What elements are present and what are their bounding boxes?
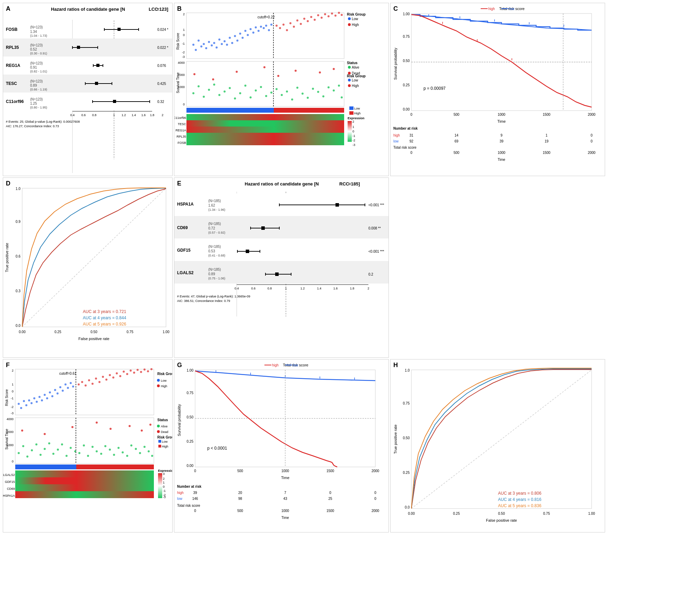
hspa1a-pval: <0.001 *** [368, 203, 384, 207]
svg-point-164 [54, 389, 56, 391]
legend-high2-label-f: High [162, 445, 168, 448]
tesc-n: (N=123) [30, 79, 43, 83]
x-1500-g: 1500 [326, 469, 334, 473]
f-yn1: -1 [11, 397, 14, 400]
x-tick-14: 1.4 [132, 113, 136, 117]
svg-point-100 [341, 96, 343, 98]
svg-point-184 [119, 375, 121, 377]
nar-low-2000-c: 0 [591, 139, 593, 143]
panel-e: E Hazard ratios of candidate gene [N RCC… [174, 177, 389, 358]
svg-point-101 [193, 73, 195, 75]
svg-rect-110 [186, 114, 274, 120]
svg-point-214 [100, 453, 102, 455]
risk-score-ylabel: Risk Score [176, 33, 180, 50]
x-2000-c: 2000 [588, 113, 596, 116]
svg-point-104 [263, 66, 265, 68]
svg-point-31 [224, 40, 226, 42]
nar-low-0-c: 92 [409, 139, 413, 143]
c11orf96-hr: 1.25 [30, 102, 37, 105]
legend-low2-label-b: Low [352, 78, 358, 82]
x-tick-08: 0.8 [92, 113, 97, 117]
rpl35-pval: 0.022 * [157, 46, 168, 50]
forest-footer-e-1: # Events: 47; Global p-value (Log-Rank):… [177, 295, 250, 298]
reg1a-hr: 0.91 [30, 66, 37, 69]
svg-rect-119 [274, 139, 344, 145]
svg-rect-0 [3, 20, 173, 38]
st-y4000: 4000 [178, 61, 185, 64]
svg-point-217 [113, 454, 115, 456]
svg-point-230 [96, 422, 98, 424]
y-label-h: True positive rate [393, 425, 398, 454]
svg-point-54 [289, 22, 291, 24]
svg-point-224 [143, 446, 146, 448]
legend-alive-b [348, 66, 351, 69]
svg-point-46 [263, 27, 265, 29]
c11orf96-point [113, 100, 116, 103]
panel-empty-row2-col3 [390, 177, 605, 358]
nar-low-1500-c: 19 [544, 139, 549, 143]
svg-point-155 [30, 402, 33, 404]
st-y2000: 2000 [178, 73, 185, 77]
cd69-hr: 0.72 [208, 226, 215, 230]
c11orf96-pval: 0.32 [157, 100, 164, 104]
cd69-pval: 0.008 ** [368, 226, 381, 230]
svg-rect-238 [15, 477, 76, 484]
hspa1a-ci: (1.34 - 1.96) [208, 208, 225, 211]
x-0.50-d: 0.50 [90, 330, 97, 334]
svg-point-65 [328, 15, 330, 17]
legend-status-f: Status [157, 418, 168, 422]
svg-rect-18 [186, 13, 344, 59]
svg-point-71 [192, 92, 194, 94]
svg-point-48 [268, 29, 270, 31]
svg-point-106 [295, 70, 297, 72]
f-st-2000: 2000 [7, 430, 14, 434]
svg-point-167 [62, 390, 64, 392]
x-0.25-d: 0.25 [54, 330, 61, 334]
hm-gene-c11orf96: C11orf96 [174, 116, 186, 120]
forest-title-subscript-e: RCC [339, 181, 349, 186]
f-st-0: 0 [12, 460, 14, 463]
tesc-ci: (0.66 - 1.19) [30, 88, 47, 91]
lgals2-hr: 0.89 [208, 272, 215, 276]
svg-point-163 [51, 395, 53, 397]
nar-high-500-c: 14 [454, 133, 459, 137]
y-label-d: True positive rate [5, 243, 9, 272]
svg-point-158 [38, 396, 41, 398]
svg-point-94 [312, 88, 314, 90]
fosb-ci: (1.04 - 1.73) [30, 34, 47, 37]
x-1000-g: 1000 [281, 469, 289, 473]
y-0.50-c: 0.50 [403, 59, 410, 63]
panel-h-label: H [393, 362, 398, 368]
f-y0: 0 [12, 390, 14, 393]
svg-point-89 [286, 90, 288, 93]
svg-point-204 [57, 449, 59, 451]
fosb-pval: 0.024 * [157, 28, 168, 32]
svg-rect-111 [274, 114, 344, 120]
legend-high2-label-b: High [352, 84, 359, 88]
svg-point-223 [139, 452, 141, 454]
panel-d: D LCC(N=123) 1.0 0.9 0.6 0.3 0.0 True po… [3, 177, 173, 358]
f-e0: 0 [163, 485, 165, 488]
legend-riskgroup-b: Risk Group [347, 12, 366, 16]
svg-rect-117 [274, 133, 344, 139]
x-tick-04: 0.4 [70, 113, 75, 117]
p-value-c: p = 0.00097 [424, 86, 446, 91]
svg-point-30 [221, 43, 223, 45]
panel-b-label: B [177, 5, 182, 12]
hspa1a-hr: 1.62 [208, 203, 215, 207]
svg-point-87 [276, 88, 278, 90]
panel-e-label: E [177, 180, 181, 187]
fosb-n: (N=123) [30, 25, 43, 29]
svg-point-74 [208, 89, 210, 91]
svg-point-66 [331, 12, 333, 15]
svg-point-178 [98, 381, 101, 383]
e-xtick-08: 0.8 [268, 287, 272, 290]
reg1a-pval: 0.076 [157, 64, 166, 68]
f-st-1000: 1000 [7, 443, 14, 447]
nar-t-1500-c: 1500 [543, 151, 551, 155]
bar-legend-low-label-b: Low [354, 107, 360, 110]
svg-point-156 [33, 397, 35, 399]
svg-point-176 [91, 383, 94, 385]
panel-g: G Total risk score high low 1.00 0.75 0.… [174, 359, 389, 532]
hm-gene-fosb: FOSB [177, 141, 186, 145]
